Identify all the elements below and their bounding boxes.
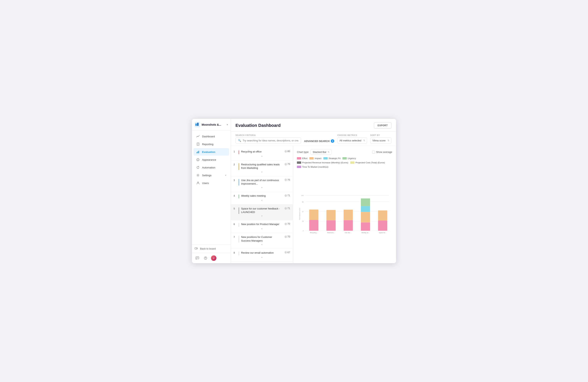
advanced-search-button[interactable]: ADVANCED SEARCH 2 (304, 139, 334, 143)
sidebar-item-reporting[interactable]: Reporting (193, 140, 229, 148)
expand-chevron-icon[interactable]: ▾ (261, 215, 262, 217)
metrics-select[interactable]: All metrics selected (339, 139, 362, 142)
export-button[interactable]: EXPORT (374, 122, 391, 128)
score-icon (285, 163, 287, 165)
idea-title: New position for Product Manager (241, 223, 281, 226)
sidebar-item-settings[interactable]: Settings ▾ (193, 171, 229, 179)
show-average-label: Show average (376, 150, 392, 153)
idea-item-5[interactable]: 5 Space for our customer feedback - LAUN… (231, 205, 293, 220)
score-icon (285, 207, 287, 210)
main-content: Evaluation Dashboard EXPORT SEARCH CRITE… (231, 119, 396, 263)
chart-svg: 100 86 57 29 0 Normalized score Recyclin… (297, 171, 392, 260)
expand-chevron-icon[interactable]: ▾ (261, 243, 262, 246)
legend-swatch (350, 161, 355, 164)
idea-title: Space for our customer feedback - LAUNCH… (241, 207, 281, 214)
legend-item-2: Strategic Fit (323, 157, 340, 159)
search-input-wrap[interactable]: 🔍 (235, 138, 301, 144)
idea-item-7[interactable]: 7 New positions for Customer Success Man… (231, 233, 293, 249)
idea-item-3[interactable]: 3 Use Jira as part of our continuous imp… (231, 176, 293, 192)
idea-score: 75 (285, 163, 290, 166)
svg-rect-54 (326, 210, 336, 220)
svg-point-28 (285, 180, 286, 180)
main-header: Evaluation Dashboard EXPORT (231, 119, 396, 131)
svg-text:100: 100 (301, 195, 304, 196)
idea-title: Weekly sales meeting (241, 194, 281, 198)
idea-item-8[interactable]: 8 Review our email automation 67 ▾ (231, 249, 293, 262)
svg-rect-8 (198, 151, 198, 153)
metrics-select-arrow: ⇅ (363, 139, 365, 142)
sidebar-item-evaluation[interactable]: Evaluation (193, 148, 229, 156)
svg-rect-56 (344, 220, 353, 231)
sidebar-item-automation[interactable]: Automation (193, 164, 229, 171)
search-group: SEARCH CRITERIA 🔍 (235, 134, 301, 144)
sidebar-header[interactable]: Moonshots &... ▾ (192, 119, 231, 131)
chart-type-select[interactable]: Stacked Bar (313, 150, 326, 153)
sidebar-item-dashboard[interactable]: Dashboard (193, 133, 229, 140)
svg-text:Restructu...: Restructu... (327, 232, 335, 233)
chart-type-select-wrap[interactable]: Stacked Bar ⇅ (311, 149, 332, 155)
expand-chevron-icon[interactable]: ▾ (261, 199, 262, 202)
svg-point-34 (285, 223, 286, 224)
idea-title: Recycling at office (241, 150, 281, 153)
idea-rank: 5 (233, 207, 237, 210)
avatar[interactable]: J (211, 255, 216, 261)
bar-chart-icon (196, 150, 200, 154)
legend-label: Effort (302, 157, 307, 159)
back-to-board[interactable]: Back to board (192, 244, 231, 253)
idea-title: Review our email automation (241, 251, 281, 255)
sortby-select[interactable]: Viima score (372, 139, 386, 142)
sidebar-item-label-reporting: Reporting (202, 143, 213, 146)
sidebar-item-label-users: Users (202, 182, 209, 185)
idea-border (239, 207, 239, 214)
svg-rect-1 (195, 124, 197, 126)
chart-container: 100 86 57 29 0 Normalized score Recyclin… (297, 171, 392, 260)
expand-chevron-icon[interactable]: ▾ (261, 256, 262, 259)
file-icon (196, 142, 200, 146)
svg-rect-57 (344, 210, 353, 220)
help-icon[interactable] (203, 255, 208, 261)
svg-point-36 (285, 236, 286, 237)
score-icon (285, 150, 287, 152)
sidebar-item-appearance[interactable]: Appearance (193, 156, 229, 163)
svg-rect-17 (195, 248, 197, 249)
idea-rank: 1 (233, 150, 237, 153)
expand-chevron-icon[interactable]: ▾ (261, 171, 262, 173)
idea-rank: 7 (233, 235, 237, 238)
svg-text:29: 29 (302, 221, 304, 222)
svg-text:86: 86 (302, 201, 304, 203)
score-icon (285, 236, 287, 238)
idea-score: 70 (285, 223, 290, 225)
svg-text:Use Jira ...: Use Jira ... (345, 232, 352, 233)
expand-chevron-icon[interactable]: ▾ (261, 155, 262, 158)
sort-by-label: SORT BY (370, 134, 391, 136)
idea-rank: 6 (233, 223, 237, 226)
search-input[interactable] (243, 139, 298, 142)
svg-point-11 (197, 159, 198, 159)
idea-item-1[interactable]: 1 Recycling at office 80 ▾ (231, 148, 293, 160)
idea-item-6[interactable]: 6 New position for Product Manager 70 ▾ (231, 220, 293, 233)
expand-chevron-icon[interactable]: ▾ (261, 228, 262, 230)
svg-point-22 (205, 259, 206, 259)
score-icon (285, 251, 287, 254)
ideas-list: 1 Recycling at office 80 ▾ 2 Restructuri… (231, 146, 293, 263)
expand-chevron-icon[interactable]: ▾ (261, 186, 262, 189)
back-to-board-label: Back to board (200, 247, 216, 250)
metrics-select-wrap[interactable]: All metrics selected ⇅ (337, 138, 367, 144)
sidebar-item-users[interactable]: Users (193, 179, 229, 187)
svg-point-12 (198, 159, 199, 159)
feedback-icon[interactable] (195, 255, 200, 261)
legend-label: Time To Market (month(s)) (302, 166, 328, 168)
sidebar-title: Moonshots &... (202, 123, 225, 126)
back-icon (195, 247, 198, 251)
search-icon: 🔍 (238, 139, 241, 142)
sortby-select-wrap[interactable]: Viima score ⇅ (370, 138, 391, 144)
show-average-checkbox[interactable] (372, 151, 375, 153)
legend-item-0: Effort (297, 157, 307, 159)
idea-item-2[interactable]: 2 Restructuring qualified sales leads fr… (231, 160, 293, 176)
idea-item-4[interactable]: 4 Weekly sales meeting 71 ▾ (231, 192, 293, 205)
user-icon (196, 181, 200, 185)
svg-rect-2 (197, 123, 199, 126)
sidebar-nav: Dashboard Reporting (192, 131, 231, 244)
legend-label: Impact (315, 157, 321, 159)
sidebar-item-label-evaluation: Evaluation (202, 150, 215, 153)
